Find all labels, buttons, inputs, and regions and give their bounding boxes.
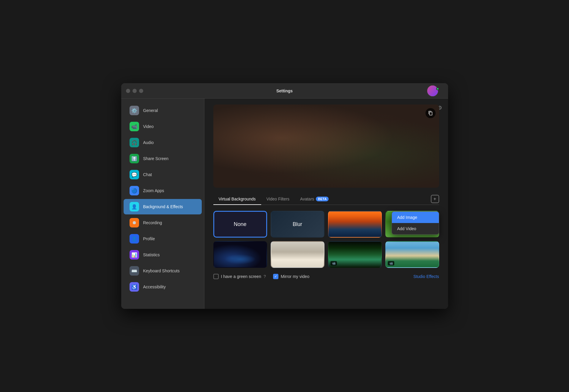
share-screen-icon: ⬆️ — [130, 154, 139, 163]
background-item-space[interactable] — [213, 241, 267, 268]
recording-icon: ⏺ — [130, 218, 139, 227]
sidebar-label-background-effects: Background & Effects — [143, 204, 183, 209]
mirror-video-checkbox[interactable]: ✓ — [273, 274, 278, 279]
zoom-apps-icon: 🔵 — [130, 186, 139, 195]
video-icon: 📹 — [130, 122, 139, 131]
add-video-option[interactable]: Add Video — [392, 223, 439, 234]
background-effects-icon: 👤 — [130, 202, 139, 211]
video-badge-beach: 📹 — [388, 261, 394, 265]
video-preview — [213, 105, 439, 188]
sidebar-item-general[interactable]: ⚙️ General — [124, 103, 202, 118]
video-badge-aurora: 📹 — [330, 261, 337, 265]
footer-options: I have a green screen ? ✓ Mirror my vide… — [213, 274, 439, 279]
green-screen-label[interactable]: I have a green screen ? — [213, 274, 266, 279]
maximize-button[interactable] — [139, 89, 143, 93]
tab-avatars-label: Avatars — [300, 197, 314, 201]
background-item-none[interactable]: None — [213, 211, 267, 238]
user-avatar[interactable] — [427, 85, 439, 97]
sidebar-item-audio[interactable]: 🎧 Audio — [124, 135, 202, 150]
statistics-icon: 📊 — [130, 250, 139, 260]
main-panel: ⚙ Virtual Backgrounds Video Filters — [204, 99, 448, 309]
mirror-video-text: Mirror my video — [281, 274, 309, 279]
sidebar-label-keyboard-shortcuts: Keyboard Shortcuts — [143, 268, 180, 273]
background-none-label: None — [234, 221, 246, 227]
add-background-dropdown: Add Image Add Video — [392, 211, 439, 235]
add-image-label: Add Image — [397, 215, 417, 220]
sidebar-label-accessibility: Accessibility — [143, 284, 166, 289]
add-video-label: Add Video — [397, 226, 416, 231]
chat-icon: 💬 — [130, 170, 139, 179]
add-background-button[interactable]: + — [431, 195, 439, 203]
sidebar-label-audio: Audio — [143, 140, 154, 145]
sidebar-label-zoom-apps: Zoom Apps — [143, 188, 164, 193]
copy-icon — [428, 111, 433, 116]
background-item-beach[interactable]: 📹 — [385, 241, 439, 268]
tabs-row: Virtual Backgrounds Video Filters Avatar… — [213, 194, 439, 205]
sidebar-label-recording: Recording — [143, 220, 162, 225]
sidebar: ⚙️ General 📹 Video 🎧 Audio ⬆️ Share Scre… — [121, 99, 204, 309]
background-blur-label: Blur — [293, 221, 302, 227]
green-screen-text: I have a green screen — [221, 274, 261, 279]
video-preview-content — [213, 105, 439, 188]
main-content: ⚙️ General 📹 Video 🎧 Audio ⬆️ Share Scre… — [121, 99, 448, 309]
tab-video-filters[interactable]: Video Filters — [261, 194, 295, 205]
minimize-button[interactable] — [133, 89, 137, 93]
sidebar-item-keyboard-shortcuts[interactable]: ⌨️ Keyboard Shortcuts — [124, 263, 202, 279]
add-image-option[interactable]: Add Image — [392, 212, 439, 223]
traffic-lights — [126, 89, 143, 93]
sidebar-item-accessibility[interactable]: ♿ Accessibility — [124, 279, 202, 295]
settings-window: Settings ⚙️ General 📹 Video 🎧 Audio — [121, 83, 448, 309]
mirror-video-label[interactable]: ✓ Mirror my video — [273, 274, 309, 279]
sidebar-item-background-effects[interactable]: 👤 Background & Effects — [124, 199, 202, 214]
audio-icon: 🎧 — [130, 138, 139, 147]
tab-virtual-backgrounds-label: Virtual Backgrounds — [219, 197, 256, 201]
sidebar-item-share-screen[interactable]: ⬆️ Share Screen — [124, 151, 202, 166]
background-item-blur[interactable]: Blur — [271, 211, 324, 238]
beta-badge: BETA — [316, 197, 329, 201]
sidebar-item-video[interactable]: 📹 Video — [124, 119, 202, 134]
sidebar-label-share-screen: Share Screen — [143, 156, 169, 161]
copy-video-button[interactable] — [425, 108, 436, 118]
tab-avatars[interactable]: Avatars BETA — [295, 194, 334, 205]
keyboard-shortcuts-icon: ⌨️ — [130, 266, 139, 276]
tab-virtual-backgrounds[interactable]: Virtual Backgrounds — [213, 194, 261, 205]
general-icon: ⚙️ — [130, 106, 139, 115]
background-item-room[interactable] — [271, 241, 324, 268]
green-screen-help-icon[interactable]: ? — [264, 274, 266, 279]
profile-icon: 👤 — [130, 234, 139, 244]
sidebar-item-zoom-apps[interactable]: 🔵 Zoom Apps — [124, 183, 202, 198]
sidebar-label-chat: Chat — [143, 172, 152, 177]
sidebar-item-chat[interactable]: 💬 Chat — [124, 167, 202, 182]
tab-video-filters-label: Video Filters — [267, 197, 290, 201]
sidebar-item-profile[interactable]: 👤 Profile — [124, 231, 202, 246]
sidebar-label-profile: Profile — [143, 236, 155, 241]
sidebar-item-recording[interactable]: ⏺ Recording — [124, 215, 202, 230]
background-item-bridge[interactable] — [328, 211, 382, 238]
sidebar-label-general: General — [143, 108, 158, 113]
close-button[interactable] — [126, 89, 130, 93]
sidebar-label-video: Video — [143, 124, 154, 129]
window-title: Settings — [276, 88, 293, 93]
studio-effects-link[interactable]: Studio Effects — [413, 274, 439, 279]
sidebar-item-statistics[interactable]: 📊 Statistics — [124, 247, 202, 263]
add-background-icon: + — [434, 196, 436, 202]
sidebar-label-statistics: Statistics — [143, 252, 160, 257]
avatar-area — [431, 85, 443, 97]
accessibility-icon: ♿ — [130, 282, 139, 292]
background-item-aurora[interactable]: 📹 — [328, 241, 382, 268]
titlebar: Settings — [121, 83, 448, 99]
green-screen-checkbox[interactable] — [213, 274, 219, 279]
online-indicator — [436, 87, 439, 90]
